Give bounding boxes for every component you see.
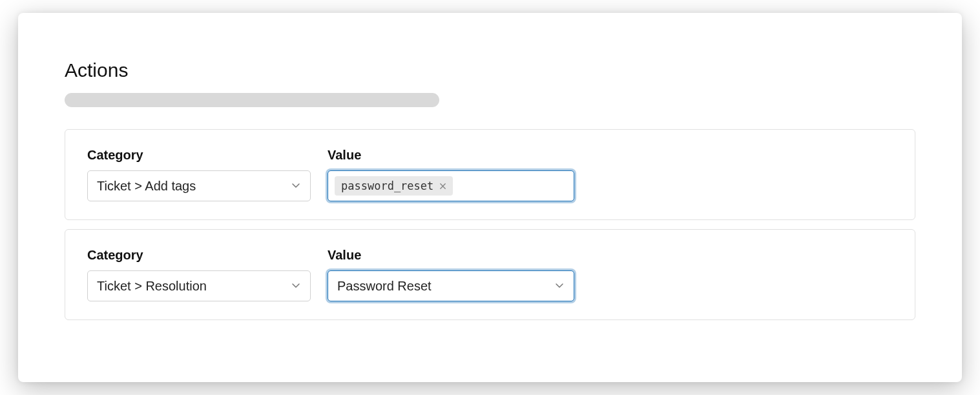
chevron-down-icon	[291, 279, 301, 294]
tags-input[interactable]: password_reset	[328, 170, 574, 201]
value-field: Value Password Reset	[328, 248, 574, 301]
value-field: Value password_reset	[328, 148, 574, 201]
value-select-value: Password Reset	[337, 279, 432, 294]
category-field: Category Ticket > Resolution	[87, 248, 311, 301]
value-label: Value	[328, 248, 574, 263]
description-placeholder	[65, 93, 439, 107]
category-label: Category	[87, 248, 311, 263]
actions-card: Actions Category Ticket > Add tags Value…	[18, 13, 962, 382]
category-select[interactable]: Ticket > Add tags	[87, 170, 311, 201]
action-row: Category Ticket > Add tags Value passwor…	[65, 129, 915, 220]
category-select-value: Ticket > Add tags	[97, 179, 196, 194]
category-select[interactable]: Ticket > Resolution	[87, 270, 311, 301]
chevron-down-icon	[554, 279, 565, 294]
category-select-value: Ticket > Resolution	[97, 279, 207, 294]
action-row: Category Ticket > Resolution Value Passw…	[65, 229, 915, 320]
category-label: Category	[87, 148, 311, 163]
value-select[interactable]: Password Reset	[328, 270, 574, 301]
tag-remove-button[interactable]	[437, 181, 448, 191]
section-title: Actions	[65, 59, 915, 81]
tag-pill: password_reset	[335, 176, 453, 196]
category-field: Category Ticket > Add tags	[87, 148, 311, 201]
chevron-down-icon	[291, 179, 301, 194]
value-label: Value	[328, 148, 574, 163]
tag-text: password_reset	[341, 179, 433, 192]
